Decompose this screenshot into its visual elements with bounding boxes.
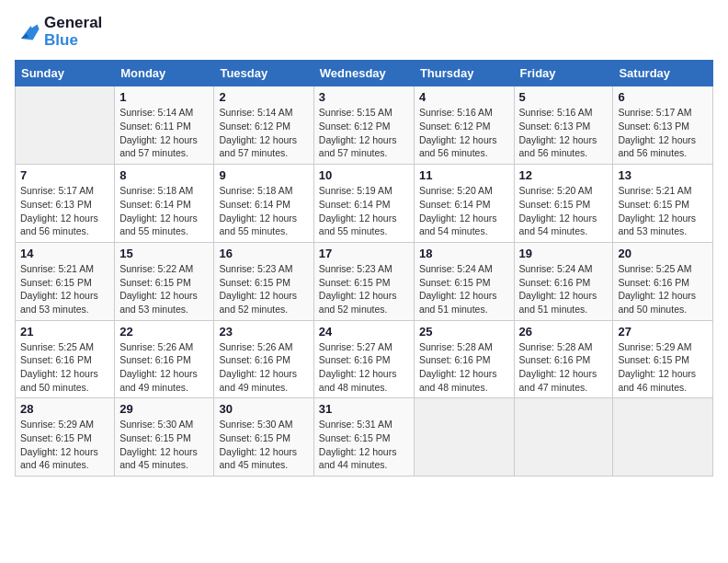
calendar-cell: 23Sunrise: 5:26 AM Sunset: 6:16 PM Dayli… bbox=[214, 320, 313, 398]
calendar-cell: 24Sunrise: 5:27 AM Sunset: 6:16 PM Dayli… bbox=[313, 320, 414, 398]
calendar-week-row: 7Sunrise: 5:17 AM Sunset: 6:13 PM Daylig… bbox=[16, 165, 713, 243]
day-info: Sunrise: 5:25 AM Sunset: 6:16 PM Dayligh… bbox=[20, 340, 109, 395]
day-info: Sunrise: 5:25 AM Sunset: 6:16 PM Dayligh… bbox=[618, 262, 708, 316]
logo: General Blue bbox=[15, 15, 102, 49]
calendar-cell: 7Sunrise: 5:17 AM Sunset: 6:13 PM Daylig… bbox=[16, 165, 115, 243]
day-info: Sunrise: 5:26 AM Sunset: 6:16 PM Dayligh… bbox=[119, 340, 209, 395]
calendar-cell: 3Sunrise: 5:15 AM Sunset: 6:12 PM Daylig… bbox=[313, 86, 414, 165]
weekday-header-monday: Monday bbox=[115, 61, 214, 86]
calendar-cell bbox=[16, 86, 115, 165]
day-number: 10 bbox=[319, 168, 409, 182]
calendar-cell: 8Sunrise: 5:18 AM Sunset: 6:14 PM Daylig… bbox=[115, 165, 214, 243]
day-number: 22 bbox=[119, 325, 209, 339]
calendar-cell: 9Sunrise: 5:18 AM Sunset: 6:14 PM Daylig… bbox=[214, 165, 313, 243]
day-number: 23 bbox=[219, 325, 308, 339]
day-number: 6 bbox=[618, 90, 708, 104]
calendar-cell: 16Sunrise: 5:23 AM Sunset: 6:15 PM Dayli… bbox=[214, 242, 313, 320]
weekday-header-sunday: Sunday bbox=[16, 61, 115, 86]
calendar-cell: 29Sunrise: 5:30 AM Sunset: 6:15 PM Dayli… bbox=[115, 398, 214, 477]
calendar-cell: 27Sunrise: 5:29 AM Sunset: 6:15 PM Dayli… bbox=[613, 320, 713, 398]
day-info: Sunrise: 5:16 AM Sunset: 6:12 PM Dayligh… bbox=[419, 106, 509, 160]
day-number: 29 bbox=[119, 402, 209, 416]
day-info: Sunrise: 5:22 AM Sunset: 6:15 PM Dayligh… bbox=[119, 262, 209, 316]
calendar-week-row: 21Sunrise: 5:25 AM Sunset: 6:16 PM Dayli… bbox=[16, 320, 713, 398]
day-info: Sunrise: 5:26 AM Sunset: 6:16 PM Dayligh… bbox=[219, 340, 308, 395]
calendar-cell bbox=[613, 398, 713, 477]
day-info: Sunrise: 5:17 AM Sunset: 6:13 PM Dayligh… bbox=[20, 184, 109, 238]
calendar-cell: 5Sunrise: 5:16 AM Sunset: 6:13 PM Daylig… bbox=[514, 86, 613, 165]
day-number: 16 bbox=[219, 247, 308, 260]
day-info: Sunrise: 5:23 AM Sunset: 6:15 PM Dayligh… bbox=[219, 262, 308, 316]
calendar-cell bbox=[514, 398, 613, 477]
calendar-cell: 18Sunrise: 5:24 AM Sunset: 6:15 PM Dayli… bbox=[414, 242, 514, 320]
weekday-header-thursday: Thursday bbox=[414, 61, 514, 86]
day-number: 28 bbox=[20, 402, 109, 416]
day-info: Sunrise: 5:27 AM Sunset: 6:16 PM Dayligh… bbox=[319, 340, 409, 395]
day-number: 5 bbox=[519, 90, 609, 104]
day-number: 12 bbox=[519, 168, 609, 182]
calendar-cell: 12Sunrise: 5:20 AM Sunset: 6:15 PM Dayli… bbox=[514, 165, 613, 243]
day-number: 4 bbox=[419, 90, 509, 104]
calendar-cell bbox=[414, 398, 514, 477]
calendar-week-row: 14Sunrise: 5:21 AM Sunset: 6:15 PM Dayli… bbox=[16, 242, 713, 320]
day-number: 30 bbox=[219, 402, 308, 416]
calendar-week-row: 1Sunrise: 5:14 AM Sunset: 6:11 PM Daylig… bbox=[16, 86, 713, 165]
calendar-cell: 30Sunrise: 5:30 AM Sunset: 6:15 PM Dayli… bbox=[214, 398, 313, 477]
day-info: Sunrise: 5:21 AM Sunset: 6:15 PM Dayligh… bbox=[20, 262, 109, 316]
calendar-cell: 17Sunrise: 5:23 AM Sunset: 6:15 PM Dayli… bbox=[313, 242, 414, 320]
calendar-table: SundayMondayTuesdayWednesdayThursdayFrid… bbox=[15, 60, 713, 477]
day-number: 8 bbox=[119, 168, 209, 182]
day-info: Sunrise: 5:31 AM Sunset: 6:15 PM Dayligh… bbox=[319, 418, 409, 472]
day-info: Sunrise: 5:14 AM Sunset: 6:11 PM Dayligh… bbox=[119, 106, 209, 160]
calendar-cell: 19Sunrise: 5:24 AM Sunset: 6:16 PM Dayli… bbox=[514, 242, 613, 320]
day-info: Sunrise: 5:15 AM Sunset: 6:12 PM Dayligh… bbox=[319, 106, 409, 160]
day-number: 18 bbox=[419, 247, 509, 260]
day-number: 14 bbox=[20, 247, 109, 260]
day-info: Sunrise: 5:30 AM Sunset: 6:15 PM Dayligh… bbox=[219, 418, 308, 472]
logo-icon bbox=[15, 19, 40, 45]
calendar-week-row: 28Sunrise: 5:29 AM Sunset: 6:15 PM Dayli… bbox=[16, 398, 713, 477]
day-info: Sunrise: 5:19 AM Sunset: 6:14 PM Dayligh… bbox=[319, 184, 409, 238]
calendar-cell: 26Sunrise: 5:28 AM Sunset: 6:16 PM Dayli… bbox=[514, 320, 613, 398]
weekday-header-saturday: Saturday bbox=[613, 61, 713, 86]
calendar-cell: 10Sunrise: 5:19 AM Sunset: 6:14 PM Dayli… bbox=[313, 165, 414, 243]
calendar-cell: 2Sunrise: 5:14 AM Sunset: 6:12 PM Daylig… bbox=[214, 86, 313, 165]
day-info: Sunrise: 5:23 AM Sunset: 6:15 PM Dayligh… bbox=[319, 262, 409, 316]
day-number: 7 bbox=[20, 168, 109, 182]
calendar-cell: 6Sunrise: 5:17 AM Sunset: 6:13 PM Daylig… bbox=[613, 86, 713, 165]
calendar-cell: 14Sunrise: 5:21 AM Sunset: 6:15 PM Dayli… bbox=[16, 242, 115, 320]
calendar-cell: 21Sunrise: 5:25 AM Sunset: 6:16 PM Dayli… bbox=[16, 320, 115, 398]
page-header: General Blue bbox=[15, 15, 713, 49]
day-number: 20 bbox=[618, 247, 708, 260]
calendar-cell: 22Sunrise: 5:26 AM Sunset: 6:16 PM Dayli… bbox=[115, 320, 214, 398]
day-number: 3 bbox=[319, 90, 409, 104]
day-number: 2 bbox=[219, 90, 308, 104]
calendar-cell: 31Sunrise: 5:31 AM Sunset: 6:15 PM Dayli… bbox=[313, 398, 414, 477]
day-number: 24 bbox=[319, 325, 409, 339]
day-info: Sunrise: 5:16 AM Sunset: 6:13 PM Dayligh… bbox=[519, 106, 609, 160]
day-info: Sunrise: 5:21 AM Sunset: 6:15 PM Dayligh… bbox=[618, 184, 708, 238]
day-number: 1 bbox=[119, 90, 209, 104]
day-info: Sunrise: 5:29 AM Sunset: 6:15 PM Dayligh… bbox=[20, 418, 109, 472]
calendar-cell: 13Sunrise: 5:21 AM Sunset: 6:15 PM Dayli… bbox=[613, 165, 713, 243]
weekday-header-wednesday: Wednesday bbox=[313, 61, 414, 86]
day-info: Sunrise: 5:29 AM Sunset: 6:15 PM Dayligh… bbox=[618, 340, 708, 395]
day-number: 19 bbox=[519, 247, 609, 260]
calendar-header-row: SundayMondayTuesdayWednesdayThursdayFrid… bbox=[16, 61, 713, 86]
day-info: Sunrise: 5:18 AM Sunset: 6:14 PM Dayligh… bbox=[219, 184, 308, 238]
day-number: 15 bbox=[119, 247, 209, 260]
calendar-cell: 11Sunrise: 5:20 AM Sunset: 6:14 PM Dayli… bbox=[414, 165, 514, 243]
day-info: Sunrise: 5:14 AM Sunset: 6:12 PM Dayligh… bbox=[219, 106, 308, 160]
day-number: 17 bbox=[319, 247, 409, 260]
calendar-body: 1Sunrise: 5:14 AM Sunset: 6:11 PM Daylig… bbox=[16, 86, 713, 477]
day-number: 13 bbox=[618, 168, 708, 182]
day-number: 31 bbox=[319, 402, 409, 416]
day-number: 27 bbox=[618, 325, 708, 339]
day-info: Sunrise: 5:17 AM Sunset: 6:13 PM Dayligh… bbox=[618, 106, 708, 160]
day-info: Sunrise: 5:24 AM Sunset: 6:16 PM Dayligh… bbox=[519, 262, 609, 316]
day-info: Sunrise: 5:18 AM Sunset: 6:14 PM Dayligh… bbox=[119, 184, 209, 238]
day-number: 26 bbox=[519, 325, 609, 339]
day-info: Sunrise: 5:20 AM Sunset: 6:15 PM Dayligh… bbox=[519, 184, 609, 238]
day-info: Sunrise: 5:20 AM Sunset: 6:14 PM Dayligh… bbox=[419, 184, 509, 238]
calendar-cell: 1Sunrise: 5:14 AM Sunset: 6:11 PM Daylig… bbox=[115, 86, 214, 165]
